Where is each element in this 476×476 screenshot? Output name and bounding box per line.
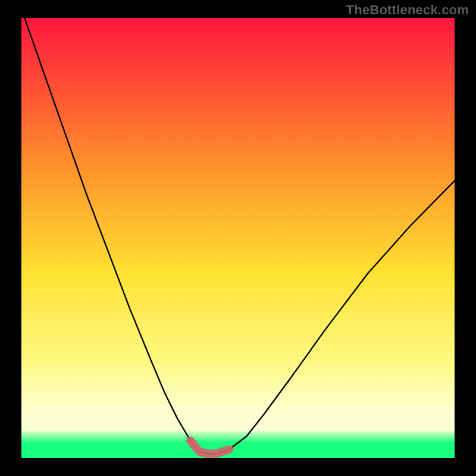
chart-stage: TheBottleneck.com (0, 0, 476, 476)
bottleneck-chart (0, 0, 476, 476)
watermark-text: TheBottleneck.com (346, 2, 469, 18)
svg-rect-1 (21, 18, 455, 458)
